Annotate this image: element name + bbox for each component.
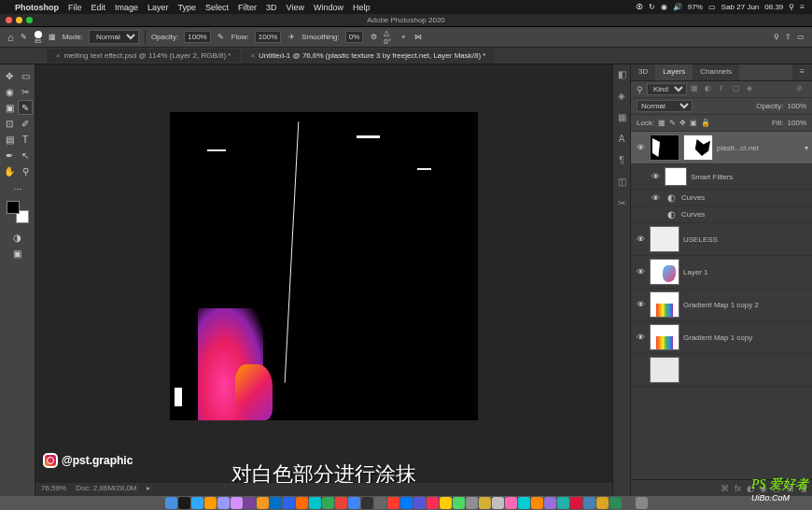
menu-help[interactable]: Help [353,3,371,12]
visibility-toggle[interactable]: 👁 [650,172,661,181]
panel-tab-channels[interactable]: Channels [693,64,739,80]
visibility-toggle[interactable]: 👁 [635,267,646,276]
filter-kind-select[interactable]: Kind [647,83,687,95]
layer-item[interactable]: 👁 ◐ Curves [631,190,812,206]
lock-transparent-icon[interactable]: ▦ [658,119,665,127]
eyedropper-tool[interactable]: ✐ [18,116,33,131]
quick-mask-button[interactable]: ◑ [10,230,25,245]
airbrush-icon[interactable]: ✈ [287,33,296,42]
swatches-panel-icon[interactable]: ▦ [616,111,628,123]
dock-app-icon[interactable] [191,497,203,509]
dock-app-icon[interactable] [583,497,595,509]
lock-artboard-icon[interactable]: ▣ [690,119,697,127]
layer-name[interactable]: Curves [681,193,808,202]
layer-thumbnail[interactable] [650,324,679,350]
quick-select-tool[interactable]: ✂ [18,84,33,99]
layer-opacity-value[interactable]: 100% [788,102,806,110]
panel-tab-3d[interactable]: 3D [631,64,655,80]
lock-position-icon[interactable]: ✥ [679,119,686,127]
color-panel-icon[interactable]: ◈ [616,90,628,102]
lasso-tool[interactable]: ◉ [2,84,17,99]
menubar-date[interactable]: Sab 27 Jun [721,3,759,11]
move-tool[interactable]: ✥ [2,68,17,83]
frame-tool[interactable]: ⊡ [2,116,17,131]
dock-app-icon[interactable] [178,497,190,509]
dock-app-icon[interactable] [348,497,360,509]
dock-app-icon[interactable] [479,497,491,509]
dock-app-icon[interactable] [374,497,386,509]
filter-icon[interactable]: ⚲ [637,85,643,94]
dock-app-icon[interactable] [413,497,426,509]
dock-app-icon[interactable] [361,497,373,509]
layer-item[interactable]: 👁 Gradient Map 1 copy 2 [631,289,812,321]
dock-app-icon[interactable] [283,497,295,509]
dock-app-icon[interactable] [257,497,269,509]
dock-app-icon[interactable] [270,497,282,509]
layer-name[interactable]: Gradient Map 1 copy 2 [683,301,808,309]
screen-mode-button[interactable]: ▣ [10,246,25,261]
menu-type[interactable]: Type [178,3,197,12]
app-name-menu[interactable]: Photoshop [15,3,59,12]
dock-app-icon[interactable] [623,497,635,509]
layer-name[interactable]: USELESS [683,235,808,244]
dock-app-icon[interactable] [309,497,321,509]
link-layers-icon[interactable]: ⌘ [721,484,729,493]
sync-icon[interactable]: ↻ [649,3,655,11]
history-panel-icon[interactable]: ◧ [616,68,628,80]
dock-app-icon[interactable] [244,497,256,509]
pressure-opacity-icon[interactable]: ✎ [217,33,226,42]
pressure-size-icon[interactable]: ⌖ [399,33,408,42]
layer-thumbnail[interactable] [650,135,679,161]
dock-app-icon[interactable] [440,497,452,509]
blend-mode-select[interactable]: Normal [89,30,139,44]
dock-app-icon[interactable] [165,497,177,509]
home-button[interactable]: ⌂ [7,32,14,43]
close-tab-icon[interactable]: × [56,51,61,60]
window-maximize-button[interactable] [26,17,33,23]
type-tool[interactable]: T [18,132,33,147]
filter-pixel-icon[interactable]: ▦ [691,84,701,94]
lock-all-icon[interactable]: 🔒 [701,119,710,127]
filter-adjust-icon[interactable]: ◐ [705,84,715,94]
dock-app-icon[interactable] [466,497,478,509]
menu-file[interactable]: File [68,3,82,12]
layer-thumbnail[interactable] [650,357,679,383]
wifi-icon[interactable]: ◉ [661,3,667,11]
share-icon[interactable]: ⇪ [785,33,791,41]
panel-menu-icon[interactable]: ≡ [792,64,812,80]
opacity-value[interactable]: 100% [184,31,210,43]
fill-value[interactable]: 100% [788,119,806,127]
filter-toggle[interactable]: ⊘ [796,84,806,94]
crop-tool[interactable]: ▣ [2,100,17,115]
smoothing-options-icon[interactable]: ⚙ [369,33,378,42]
panel-tab-layers[interactable]: Layers [655,64,693,80]
adjustments-panel-icon[interactable]: ¶ [616,154,628,166]
menu-3d[interactable]: 3D [266,3,277,12]
dock-app-icon[interactable] [231,497,243,509]
battery-icon[interactable]: ▭ [708,3,716,11]
dock-app-icon[interactable] [453,497,465,509]
menubar-time[interactable]: 08.39 [764,3,783,11]
document-tab-1[interactable]: × melting text effect.psd @ 114% (Layer … [47,49,240,63]
properties-panel-icon[interactable]: A [616,133,628,145]
layer-item[interactable] [631,354,812,387]
layer-item[interactable]: 👁 Gradient Map 1 copy [631,321,812,354]
filter-type-icon[interactable]: T [719,84,729,94]
color-swatches[interactable] [7,201,29,223]
layer-item[interactable]: 👁 plasti...ct.net ▾ [631,132,812,164]
pen-tool[interactable]: ✒ [2,148,17,163]
canvas-area[interactable]: @pst.graphic 对白色部分进行涂抹 76,59% Doc: 2,86M… [35,64,612,496]
document-canvas[interactable] [170,112,478,420]
lock-pixels-icon[interactable]: ✎ [669,119,676,127]
dock-app-icon[interactable] [427,497,439,509]
dock-app-icon[interactable] [557,497,569,509]
dock-app-icon[interactable] [217,497,230,509]
visibility-toggle[interactable]: 👁 [635,300,646,309]
layer-thumbnail[interactable] [650,291,679,318]
layer-item[interactable]: ◐ Curves [631,206,812,223]
brush-settings-icon[interactable]: ▦ [48,33,57,42]
workspace-icon[interactable]: ▭ [797,33,805,41]
smoothing-value[interactable]: 0% [345,31,364,43]
visibility-toggle[interactable]: 👁 [635,234,646,244]
dock-app-icon[interactable] [544,497,556,509]
